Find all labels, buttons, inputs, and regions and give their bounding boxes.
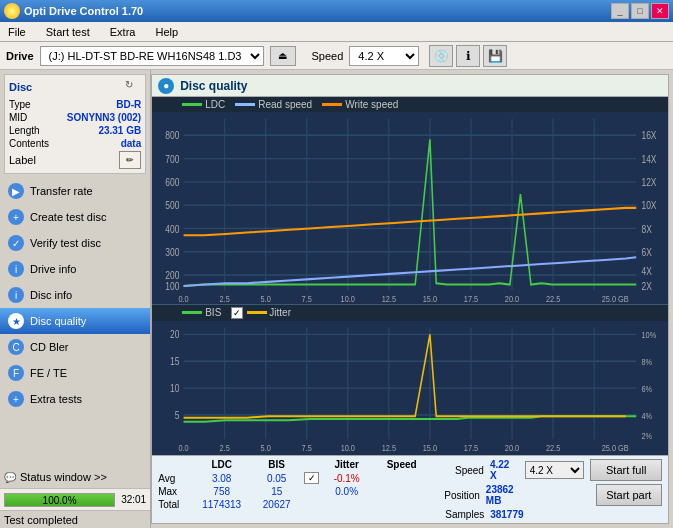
verify-test-disc-label: Verify test disc — [30, 237, 101, 249]
disc-refresh-button[interactable]: ↻ — [125, 79, 141, 95]
svg-text:12X: 12X — [642, 176, 657, 188]
eject-button[interactable]: ⏏ — [270, 46, 296, 66]
close-button[interactable]: ✕ — [651, 3, 669, 19]
progress-time: 32:01 — [121, 494, 146, 505]
sidebar: Disc ↻ Type BD-R MID SONYNN3 (002) Lengt… — [0, 70, 151, 528]
extra-tests-icon: + — [8, 391, 24, 407]
minimize-button[interactable]: _ — [611, 3, 629, 19]
title-bar: Opti Drive Control 1.70 _ □ ✕ — [0, 0, 673, 22]
edit-icon: ✏ — [126, 155, 134, 165]
transfer-rate-label: Transfer rate — [30, 185, 93, 197]
position-stat-label: Position — [429, 490, 480, 501]
status-window-label: Status window >> — [20, 471, 107, 483]
sidebar-item-extra-tests[interactable]: + Extra tests — [0, 386, 150, 412]
svg-text:6X: 6X — [642, 246, 653, 258]
sidebar-item-verify-test-disc[interactable]: ✓ Verify test disc — [0, 230, 150, 256]
top-chart-legend: LDC Read speed Write speed — [152, 97, 668, 112]
speed-select[interactable]: 4.2 X — [349, 46, 419, 66]
avg-ldc: 3.08 — [194, 473, 249, 484]
svg-text:6%: 6% — [642, 383, 653, 394]
info-icon-btn[interactable]: ℹ — [456, 45, 480, 67]
sidebar-item-fe-te[interactable]: F FE / TE — [0, 360, 150, 386]
sidebar-item-transfer-rate[interactable]: ▶ Transfer rate — [0, 178, 150, 204]
stats-right: Speed 4.22 X 4.2 X Start full Position 2… — [429, 459, 662, 520]
bis-legend-color — [182, 311, 202, 314]
maximize-button[interactable]: □ — [631, 3, 649, 19]
save-icon-btn[interactable]: 💾 — [483, 45, 507, 67]
jitter-checkbox[interactable]: ✓ — [231, 307, 243, 319]
avg-label: Avg — [158, 473, 194, 484]
menu-bar: File Start test Extra Help — [0, 22, 673, 42]
stats-speed-row: Speed 4.22 X 4.2 X Start full — [429, 459, 662, 481]
speed-stat-val: 4.22 X — [490, 459, 519, 481]
svg-text:14X: 14X — [642, 153, 657, 165]
menu-extra[interactable]: Extra — [106, 24, 140, 40]
disc-quality-title: Disc quality — [180, 79, 247, 93]
jitter-legend-color — [247, 311, 267, 314]
bottom-chart: 20 15 10 5 10% 8% 6% 4% 2% 0.0 2.5 5.0 7… — [152, 321, 668, 455]
svg-text:4X: 4X — [642, 265, 653, 277]
sidebar-item-cd-bler[interactable]: C CD Bler — [0, 334, 150, 360]
transfer-rate-icon: ▶ — [8, 183, 24, 199]
disc-label-row: Label ✏ — [9, 151, 141, 169]
svg-text:0.0: 0.0 — [179, 442, 190, 453]
menu-start-test[interactable]: Start test — [42, 24, 94, 40]
right-panel: ● Disc quality LDC Read speed Write spee… — [151, 74, 669, 524]
svg-text:100: 100 — [166, 280, 181, 292]
start-part-button[interactable]: Start part — [596, 484, 662, 506]
svg-text:2%: 2% — [642, 430, 653, 441]
writespeed-legend-label: Write speed — [345, 99, 398, 110]
jitter-stats-checkbox[interactable]: ✓ — [304, 472, 319, 484]
svg-text:2X: 2X — [642, 280, 653, 292]
svg-text:5.0: 5.0 — [261, 442, 272, 453]
svg-text:10%: 10% — [642, 329, 657, 340]
svg-text:10: 10 — [170, 382, 179, 394]
sidebar-item-disc-quality[interactable]: ★ Disc quality — [0, 308, 150, 334]
svg-text:10X: 10X — [642, 199, 657, 211]
sidebar-item-drive-info[interactable]: i Drive info — [0, 256, 150, 282]
svg-text:20.0: 20.0 — [505, 293, 520, 303]
menu-help[interactable]: Help — [151, 24, 182, 40]
speed-stat-label: Speed — [429, 465, 484, 476]
fe-te-icon: F — [8, 365, 24, 381]
top-chart: 800 700 600 500 400 300 200 100 16X 14X … — [152, 112, 668, 305]
svg-text:8X: 8X — [642, 222, 653, 234]
create-test-disc-icon: + — [8, 209, 24, 225]
svg-text:300: 300 — [166, 246, 181, 258]
disc-quality-header-icon: ● — [158, 78, 174, 94]
sidebar-spacer — [0, 412, 150, 466]
chart-container: LDC Read speed Write speed — [152, 97, 668, 523]
app-title: Opti Drive Control 1.70 — [24, 5, 143, 17]
cd-bler-label: CD Bler — [30, 341, 69, 353]
samples-stat-val: 381779 — [490, 509, 523, 520]
speed-stat-select[interactable]: 4.2 X — [525, 461, 585, 479]
svg-text:17.5: 17.5 — [464, 293, 479, 303]
svg-text:8%: 8% — [642, 356, 653, 367]
stats-left: LDC BIS Jitter Speed Avg 3.08 0.05 ✓ -0.… — [158, 459, 429, 512]
svg-text:20: 20 — [170, 328, 179, 340]
svg-text:22.5: 22.5 — [546, 293, 561, 303]
start-full-button[interactable]: Start full — [590, 459, 662, 481]
disc-quality-header: ● Disc quality — [152, 75, 668, 97]
sidebar-item-disc-info[interactable]: i Disc info — [0, 282, 150, 308]
sidebar-item-create-test-disc[interactable]: + Create test disc — [0, 204, 150, 230]
status-window-button[interactable]: 💬 Status window >> — [0, 466, 150, 488]
max-label: Max — [158, 486, 194, 497]
title-bar-controls: _ □ ✕ — [611, 3, 669, 19]
drive-info-label: Drive info — [30, 263, 76, 275]
total-ldc: 1174313 — [194, 499, 249, 510]
drive-select[interactable]: (J:) HL-DT-ST BD-RE WH16NS48 1.D3 — [40, 46, 264, 66]
svg-text:20.0: 20.0 — [505, 442, 520, 453]
svg-text:700: 700 — [166, 153, 181, 165]
disc-contents-row: Contents data — [9, 138, 141, 149]
speed-label: Speed — [312, 50, 344, 62]
avg-bis: 0.05 — [249, 473, 304, 484]
progress-percent: 100.0% — [5, 495, 114, 506]
disc-label-edit-button[interactable]: ✏ — [119, 151, 141, 169]
svg-text:500: 500 — [166, 199, 181, 211]
svg-text:5.0: 5.0 — [261, 293, 271, 303]
menu-file[interactable]: File — [4, 24, 30, 40]
disc-icon-btn[interactable]: 💿 — [429, 45, 453, 67]
readspeed-legend-color — [235, 103, 255, 106]
position-stat-val: 23862 MB — [486, 484, 528, 506]
